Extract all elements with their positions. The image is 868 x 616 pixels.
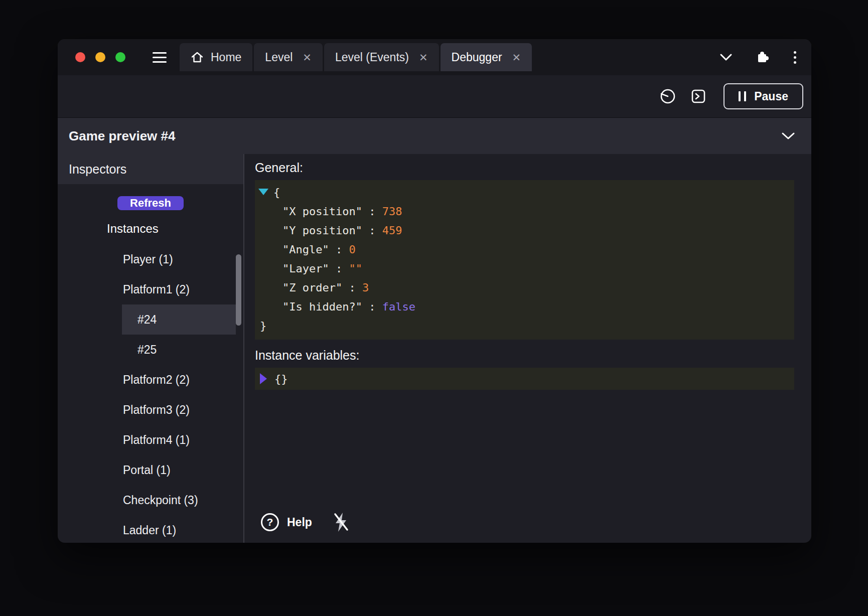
close-brace: }: [260, 320, 266, 332]
collapse-triangle-icon[interactable]: [258, 189, 268, 195]
instance-item-label: Player (1): [123, 253, 173, 266]
debugger-body: Inspectors Refresh Instances Player (1)P…: [58, 154, 811, 543]
preview-title: Game preview #4: [69, 128, 175, 144]
instance-item-label: Checkpoint (3): [123, 494, 198, 507]
preview-selector-bar[interactable]: Game preview #4: [58, 117, 811, 154]
instance-item-label: #24: [137, 313, 157, 327]
tree-close-line: }: [255, 317, 794, 336]
help-button[interactable]: ? Help: [261, 513, 312, 531]
tabs-dropdown-button[interactable]: [719, 53, 733, 61]
help-row: ? Help: [255, 512, 794, 543]
help-label: Help: [287, 516, 312, 529]
profiler-button[interactable]: [659, 88, 676, 105]
minimize-window-button[interactable]: [95, 52, 105, 62]
instance-item-ladder-1[interactable]: Ladder (1): [58, 515, 243, 543]
property-y-position: "Y position" : 459: [255, 221, 794, 240]
inspectors-sidebar: Inspectors Refresh Instances Player (1)P…: [58, 154, 244, 543]
kebab-menu-icon: [794, 51, 796, 64]
tab-label: Level (Events): [335, 51, 409, 64]
console-icon: [690, 88, 706, 104]
property-value: 0: [349, 243, 355, 256]
instance-item-platform2-2[interactable]: Platform2 (2): [58, 365, 243, 395]
property-value: 738: [382, 205, 402, 218]
preview-dropdown-button[interactable]: [781, 132, 795, 140]
zoom-window-button[interactable]: [115, 52, 125, 62]
question-circle-icon: ?: [261, 513, 279, 531]
more-options-button[interactable]: [794, 51, 796, 64]
refresh-button[interactable]: Refresh: [117, 196, 184, 210]
instance-item-label: Platform4 (1): [123, 433, 190, 447]
property-angle: "Angle" : 0: [255, 240, 794, 259]
tab-level[interactable]: Level✕: [254, 43, 323, 71]
property-x-position: "X position" : 738: [255, 202, 794, 221]
tab-label: Home: [211, 51, 241, 64]
close-tab-icon[interactable]: ✕: [419, 52, 428, 63]
chevron-down-icon: [719, 53, 733, 61]
instance-item-platform4-1[interactable]: Platform4 (1): [58, 425, 243, 455]
traffic-lights: [75, 52, 125, 62]
property-z-order: "Z order" : 3: [255, 278, 794, 297]
app-window: HomeLevel✕Level (Events)✕Debugger✕ Pause: [58, 39, 811, 543]
key-value-separator: :: [329, 243, 349, 256]
instance-item-label: Portal (1): [123, 464, 171, 477]
close-tab-icon[interactable]: ✕: [512, 52, 521, 63]
titlebar-actions: [719, 51, 811, 64]
tab-debugger[interactable]: Debugger✕: [441, 43, 532, 71]
key-value-separator: :: [329, 262, 349, 275]
property-layer: "Layer" : "": [255, 259, 794, 278]
property-key: "Is hidden?": [282, 300, 362, 313]
puzzle-icon: [757, 51, 770, 64]
flash-off-button[interactable]: [332, 512, 350, 533]
debugger-toolbar: Pause: [58, 75, 811, 117]
property-key: "Z order": [282, 281, 342, 294]
main-menu-button[interactable]: [153, 52, 167, 63]
open-brace: {: [273, 186, 280, 199]
instance-item-platform3-2[interactable]: Platform3 (2): [58, 395, 243, 425]
instance-variables-label: Instance variables:: [255, 348, 794, 363]
property-key: "Angle": [282, 243, 329, 256]
key-value-separator: :: [362, 300, 382, 313]
tab-label: Debugger: [452, 51, 502, 64]
gauge-icon: [659, 88, 676, 105]
sidebar-scrollbar-thumb[interactable]: [236, 254, 241, 326]
instance-item-24[interactable]: #24: [122, 304, 236, 335]
instances-label: Instances: [107, 220, 243, 237]
general-section-label: General:: [255, 160, 794, 175]
extensions-button[interactable]: [757, 51, 770, 64]
titlebar: HomeLevel✕Level (Events)✕Debugger✕: [58, 39, 811, 75]
key-value-separator: :: [342, 281, 362, 294]
console-button[interactable]: [690, 88, 706, 104]
instance-item-label: #25: [137, 343, 157, 357]
close-tab-icon[interactable]: ✕: [303, 52, 312, 63]
chevron-down-icon: [781, 132, 795, 140]
key-value-separator: :: [362, 205, 382, 218]
instance-item-checkpoint-3[interactable]: Checkpoint (3): [58, 485, 243, 515]
tab-level-events[interactable]: Level (Events)✕: [324, 43, 439, 71]
instance-item-portal-1[interactable]: Portal (1): [58, 455, 243, 485]
close-window-button[interactable]: [75, 52, 85, 62]
instance-item-label: Platform2 (2): [123, 373, 190, 387]
instance-item-platform1-2[interactable]: Platform1 (2): [58, 274, 243, 304]
instance-item-player-1[interactable]: Player (1): [58, 244, 243, 274]
pause-icon: [739, 91, 746, 101]
property-key: "Y position": [282, 224, 362, 237]
instance-variables-value: {}: [274, 373, 288, 385]
flash-off-icon: [332, 512, 350, 533]
property-key: "X position": [282, 205, 362, 218]
tab-label: Level: [265, 51, 293, 64]
property-is-hidden: "Is hidden?" : false: [255, 297, 794, 317]
pause-button[interactable]: Pause: [724, 83, 803, 109]
hamburger-icon: [153, 52, 167, 63]
instance-list: Player (1)Platform1 (2)#24#25Platform2 (…: [58, 244, 243, 543]
general-properties-tree: {"X position" : 738"Y position" : 459"An…: [255, 180, 794, 340]
property-value: 459: [382, 224, 402, 237]
instance-item-25[interactable]: #25: [122, 335, 236, 365]
tree-open-line: {: [255, 183, 794, 202]
instance-variables-tree: {}: [255, 368, 794, 390]
property-key: "Layer": [282, 262, 329, 275]
expand-triangle-icon[interactable]: [260, 373, 267, 384]
property-value: 3: [362, 281, 369, 294]
tab-bar: HomeLevel✕Level (Events)✕Debugger✕: [180, 39, 532, 75]
tab-home[interactable]: Home: [180, 43, 252, 71]
instance-item-label: Platform3 (2): [123, 403, 190, 417]
